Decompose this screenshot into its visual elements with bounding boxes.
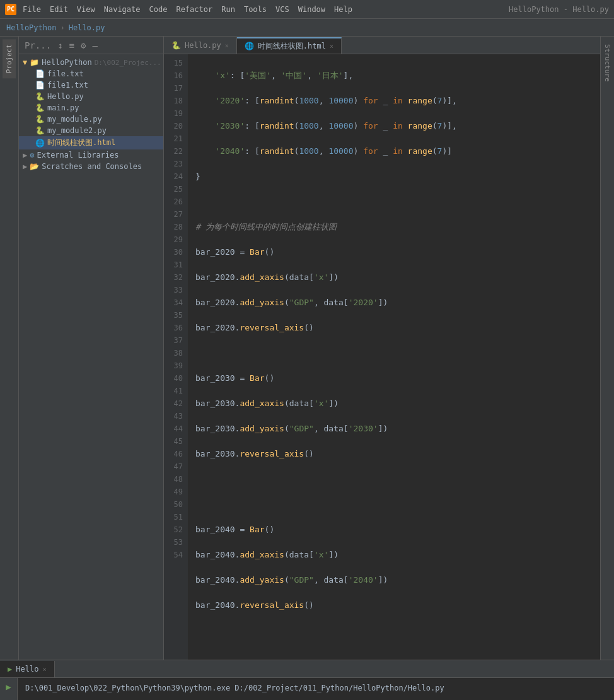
tree-root-folder[interactable]: ▼ 📁 HelloPython D:\002_Projec... [19,57,163,68]
hello-py-tab-icon: 🐍 [171,41,181,50]
app-logo: PC [5,4,16,15]
menu-view[interactable]: View [77,5,95,14]
title-bar: PC File Edit View Navigate Code Refactor… [0,0,614,19]
run-panel: ▶ Hello × ▶ ↩ ⬛ ✕ ↕ ⇌ D:\001_Develop\022… [0,660,614,700]
html-tab-close[interactable]: × [330,43,333,50]
run-play-button[interactable]: ▶ [3,680,15,693]
run-output: D:\001_Develop\022_Python\Python39\pytho… [18,678,614,700]
line-numbers: 1516171819 2021222324 2526272829 3031323… [164,54,188,660]
left-side-strip: Project [0,37,19,660]
menu-tools[interactable]: Tools [244,5,267,14]
file-txt-label: file.txt [47,69,84,78]
tree-toolbar-collapse[interactable]: ≡ [67,39,76,52]
breadcrumb-project[interactable]: HelloPython [6,23,56,32]
file1-txt-icon: 📄 [35,81,45,90]
breadcrumb-separator: › [60,23,64,32]
main-py-icon: 🐍 [35,103,45,112]
code-editor[interactable]: 1516171819 2021222324 2526272829 3031323… [164,54,600,660]
hello-py-label: Hello.py [47,92,84,101]
scratches-label: Scratches and Consoles [42,162,142,171]
my-module2-label: my_module2.py [47,126,107,135]
run-empty-line [25,694,606,700]
breadcrumb-file[interactable]: Hello.py [69,23,105,32]
tree-toolbar-project[interactable]: Pr... [23,39,53,52]
run-tabs: ▶ Hello × [0,660,614,678]
file-tree-toolbar: Pr... ↕ ≡ ⚙ — [19,37,163,54]
code-content[interactable]: 'x': ['美国', '中国', '日本'], '2020': [randin… [188,54,600,660]
breadcrumb: HelloPython › Hello.py [0,19,614,37]
file-tree-content: ▼ 📁 HelloPython D:\002_Projec... 📄 file.… [19,54,163,175]
menu-edit[interactable]: Edit [50,5,68,14]
menu-vcs[interactable]: VCS [275,5,289,14]
run-tab-hello[interactable]: ▶ Hello × [0,661,55,677]
my-module-label: my_module.py [47,115,102,124]
main-layout: Project Pr... ↕ ≡ ⚙ — ▼ 📁 HelloPython D:… [0,37,614,660]
run-rerun-button[interactable]: ↩ [3,696,15,700]
file1-txt-label: file1.txt [47,81,88,90]
menu-file[interactable]: File [23,5,41,14]
tree-file-hellapy[interactable]: 🐍 Hello.py [19,91,163,102]
hello-py-tab-close[interactable]: × [225,42,229,49]
menu-code[interactable]: Code [149,5,168,14]
main-py-label: main.py [47,103,79,112]
html-tab-label: 时间线柱状图.html [258,41,326,52]
file-tree-panel: Pr... ↕ ≡ ⚙ — ▼ 📁 HelloPython D:\002_Pro… [19,37,164,660]
tree-file-mymodule[interactable]: 🐍 my_module.py [19,114,163,125]
root-folder-name: HelloPython [42,58,91,67]
tab-html-file[interactable]: 🌐 时间线柱状图.html × [237,37,342,54]
external-lib-icon: ⚙ [30,151,34,160]
external-lib-label: External Libraries [37,151,119,160]
menu-bar: File Edit View Navigate Code Refactor Ru… [23,5,509,14]
structure-tab[interactable]: Structure [601,39,613,87]
menu-run[interactable]: Run [221,5,235,14]
run-tab-label: Hello [16,665,38,674]
tree-file-html[interactable]: 🌐 时间线柱状图.html [19,136,163,149]
hello-py-icon: 🐍 [35,92,45,101]
hello-py-tab-label: Hello.py [185,41,221,50]
tree-toolbar-minimize[interactable]: — [90,39,99,52]
run-tab-close[interactable]: × [42,665,47,674]
tree-scratches[interactable]: ▶ 📂 Scratches and Consoles [19,161,163,172]
html-file-icon: 🌐 [35,139,45,148]
window-title: HelloPython - Hello.py [509,5,609,14]
tree-file-mymodule2[interactable]: 🐍 my_module2.py [19,125,163,136]
right-strip: Structure [600,37,614,660]
menu-help[interactable]: Help [334,5,352,14]
tab-hello-py[interactable]: 🐍 Hello.py × [164,37,237,54]
menu-refactor[interactable]: Refactor [176,5,212,14]
menu-navigate[interactable]: Navigate [104,5,141,14]
editor-area: 🐍 Hello.py × 🌐 时间线柱状图.html × 1516171819 … [164,37,600,660]
tree-toolbar-scroll[interactable]: ↕ [55,39,64,52]
run-toolbar: ▶ ↩ ⬛ ✕ ↕ ⇌ [0,678,18,700]
sidebar-tab-project[interactable]: Project [3,39,16,78]
html-file-label: 时间线柱状图.html [47,137,115,148]
run-icon: ▶ [8,665,12,674]
tree-file-file1txt[interactable]: 📄 file1.txt [19,79,163,91]
root-folder-icon: 📁 [30,58,39,67]
tree-file-filetxt[interactable]: 📄 file.txt [19,68,163,79]
tree-external-libraries[interactable]: ▶ ⚙ External Libraries [19,149,163,161]
tree-toolbar-settings[interactable]: ⚙ [79,39,88,52]
html-tab-icon: 🌐 [245,42,254,50]
my-module2-icon: 🐍 [35,126,45,135]
run-content: ▶ ↩ ⬛ ✕ ↕ ⇌ D:\001_Develop\022_Python\Py… [0,678,614,700]
editor-tabs: 🐍 Hello.py × 🌐 时间线柱状图.html × [164,37,600,54]
root-folder-path: D:\002_Projec... [95,59,161,67]
run-command-line: D:\001_Develop\022_Python\Python39\pytho… [25,682,606,694]
my-module-icon: 🐍 [35,115,45,124]
menu-window[interactable]: Window [298,5,325,14]
file-txt-icon: 📄 [35,69,45,78]
tree-file-mainpy[interactable]: 🐍 main.py [19,102,163,114]
scratches-icon: 📂 [30,162,39,171]
